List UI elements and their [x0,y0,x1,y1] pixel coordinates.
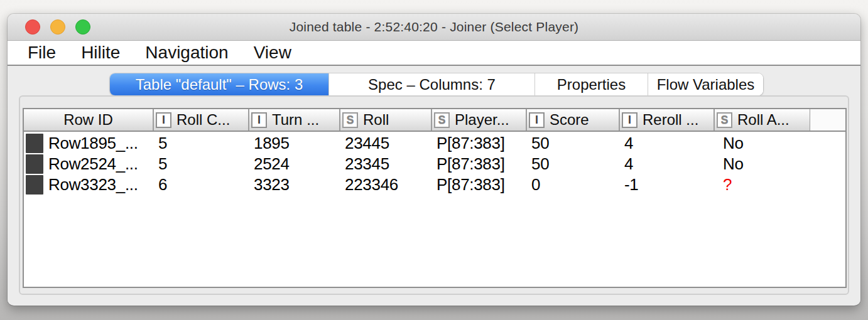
tab-bar: Table "default" – Rows: 3 Spec – Columns… [110,73,763,95]
tab-table-default[interactable]: Table "default" – Rows: 3 [110,73,328,95]
column-header-label: Player... [455,111,509,129]
string-type-icon: S [434,112,450,128]
data-table: Row ID I Roll C... I Turn ... S Roll [23,108,847,288]
tab-flow-variables[interactable]: Flow Variables [648,73,763,95]
table-cell[interactable]: 23345 [340,154,431,174]
column-header-player[interactable]: S Player... [431,109,526,131]
table-row[interactable]: Row3323_... 6 3323 223346 P[87:383] 0 -1… [24,174,845,195]
column-header-label: Roll C... [176,111,230,129]
table-cell[interactable]: No [714,154,810,174]
integer-type-icon: I [251,112,267,128]
column-header-roll-a[interactable]: S Roll A... [714,109,810,131]
column-header-label: Reroll ... [643,111,698,129]
table-header-row: Row ID I Roll C... I Turn ... S Roll [24,109,845,132]
table-cell[interactable]: 1895 [249,134,340,153]
column-header-reroll[interactable]: I Reroll ... [619,109,714,131]
table-cell[interactable]: -1 [619,175,714,195]
menu-item-hilite[interactable]: Hilite [68,41,133,65]
table-cell[interactable]: 223346 [340,175,431,195]
column-header-label: Score [550,111,589,129]
column-header-label: Turn ... [272,111,319,129]
column-header-roll-c[interactable]: I Roll C... [153,109,249,131]
menu-item-navigation[interactable]: Navigation [133,41,241,65]
table-cell[interactable]: P[87:383] [431,175,526,195]
menu-item-file[interactable]: File [15,41,68,65]
string-type-icon: S [342,112,358,128]
tab-properties[interactable]: Properties [534,73,648,95]
title-bar[interactable]: Joined table - 2:52:40:20 - Joiner (Sele… [8,14,860,41]
table-row[interactable]: Row1895_... 5 1895 23445 P[87:383] 50 4 … [24,133,845,154]
row-id-label: Row2524_... [48,154,138,174]
table-panel: Row ID I Roll C... I Turn ... S Roll [19,95,849,295]
hilite-chip [26,134,43,153]
app-window: Joined table - 2:52:40:20 - Joiner (Sele… [8,14,860,306]
column-header-row-id[interactable]: Row ID [24,109,153,131]
row-id-label: Row1895_... [48,134,138,153]
menu-item-view[interactable]: View [241,41,304,65]
table-cell[interactable]: 6 [153,175,249,195]
window-title: Joined table - 2:52:40:20 - Joiner (Sele… [8,14,860,40]
table-cell[interactable]: 5 [153,154,249,174]
missing-value-cell[interactable]: ? [714,175,810,195]
table-cell[interactable]: P[87:383] [431,134,526,153]
string-type-icon: S [717,112,732,128]
integer-type-icon: I [529,112,545,128]
column-header-label: Row ID [63,111,113,129]
column-header-turn[interactable]: I Turn ... [249,109,340,131]
integer-type-icon: I [622,112,637,128]
row-id-cell[interactable]: Row2524_... [24,154,153,174]
zoom-button[interactable] [75,19,90,35]
minimize-button[interactable] [50,19,65,35]
close-button[interactable] [25,19,40,35]
column-header-score[interactable]: I Score [526,109,619,131]
window-controls [25,19,90,35]
table-cell[interactable]: 2524 [249,154,340,174]
table-cell[interactable]: 23445 [340,134,431,153]
table-row[interactable]: Row2524_... 5 2524 23345 P[87:383] 50 4 … [24,154,845,174]
column-header-label: Roll A... [737,111,789,129]
table-cell[interactable]: 50 [526,134,619,153]
menu-bar: File Hilite Navigation View [8,41,860,66]
integer-type-icon: I [156,112,171,128]
column-header-roll[interactable]: S Roll [340,109,431,131]
table-cell[interactable]: 4 [619,154,714,174]
row-id-cell[interactable]: Row1895_... [24,134,153,153]
table-body: Row1895_... 5 1895 23445 P[87:383] 50 4 … [24,132,845,195]
row-id-label: Row3323_... [48,175,138,195]
table-cell[interactable]: 3323 [249,175,340,195]
table-cell[interactable]: 4 [619,134,714,153]
table-cell[interactable]: 50 [526,154,619,174]
row-id-cell[interactable]: Row3323_... [24,175,153,195]
content-area: Table "default" – Rows: 3 Spec – Columns… [8,66,860,304]
tab-spec-columns[interactable]: Spec – Columns: 7 [328,73,534,95]
table-cell[interactable]: No [714,134,810,153]
hilite-chip [26,175,43,195]
table-cell[interactable]: 5 [153,134,249,153]
hilite-chip [26,154,43,174]
table-cell[interactable]: P[87:383] [431,154,526,174]
column-header-filler [810,109,845,131]
column-header-label: Roll [363,111,389,129]
table-cell[interactable]: 0 [526,175,619,195]
